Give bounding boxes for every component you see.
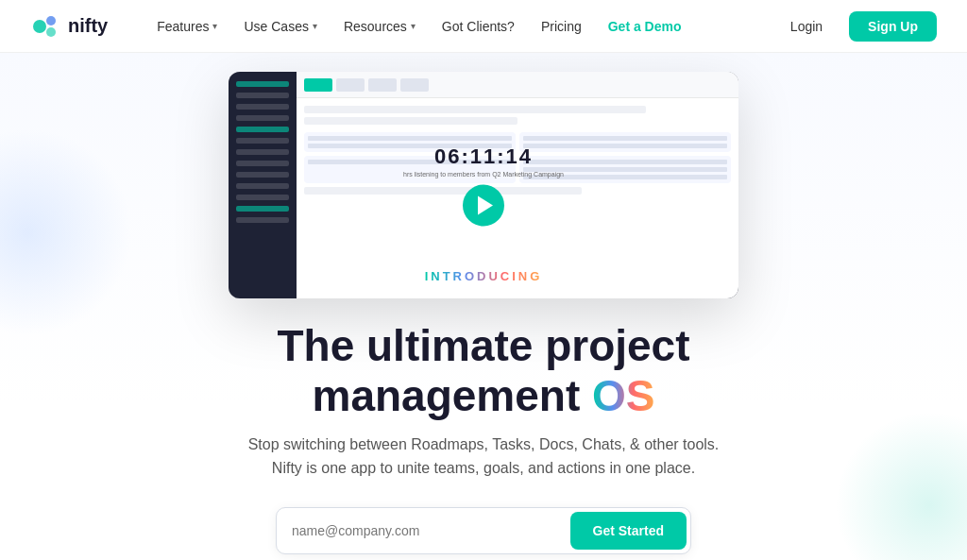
timer-subtitle: hrs listening to members from Q2 Marketi… [403,171,564,178]
introducing-label: INTRODUCING [425,269,543,283]
nav-item-pricing[interactable]: Pricing [530,11,593,42]
hero-title-os: OS [592,371,654,420]
signup-button[interactable]: Sign Up [849,11,937,42]
sidebar-item-2 [236,93,289,98]
fake-row-1 [304,106,646,113]
play-button[interactable] [463,185,504,227]
sidebar-item-11 [236,195,289,200]
svg-point-2 [46,27,56,37]
sidebar-item-13 [236,217,289,223]
get-started-button[interactable]: Get Started [570,512,687,550]
sidebar-item-9 [236,172,289,178]
hero-title: The ultimate project management OS [277,321,689,421]
fake-tab-1 [304,78,332,92]
fake-card-line-3 [523,136,727,141]
sidebar-item-4 [236,115,289,121]
fake-topbar [297,72,738,98]
nav-item-resources[interactable]: Resources ▾ [332,11,427,42]
sidebar-item-6 [236,138,289,144]
fake-tab-4 [400,78,429,92]
fake-tab-2 [336,78,365,92]
hero-subtitle: Stop switching between Roadmaps, Tasks, … [248,433,720,481]
timer-overlay: 06:11:14 hrs listening to members from Q… [403,144,564,227]
email-input[interactable] [277,512,567,550]
fake-tab-3 [368,78,397,92]
play-icon [478,196,493,215]
sidebar-item-8 [236,161,289,166]
logo-text: nifty [68,15,108,37]
sidebar-item-10 [236,183,289,189]
logo[interactable]: nifty [30,11,108,42]
logo-icon [30,11,60,42]
app-screenshot: 06:11:14 hrs listening to members from Q… [229,72,738,298]
nav-links: Features ▾ Use Cases ▾ Resources ▾ Got C… [145,11,775,42]
nav-item-demo[interactable]: Get a Demo [597,11,693,42]
nav-item-usecases[interactable]: Use Cases ▾ [232,11,328,42]
cta-form: Get Started [276,507,691,554]
nav-actions: Login Sign Up [775,11,937,42]
fake-row-2 [304,117,517,125]
sidebar-item-1 [236,81,289,87]
fake-sidebar [229,72,297,298]
nav-label-resources: Resources [344,19,407,34]
chevron-icon-usecases: ▾ [313,21,317,31]
hero-title-line2: management [312,371,592,420]
login-button[interactable]: Login [775,11,838,42]
nav-item-features[interactable]: Features ▾ [145,11,229,42]
sidebar-item-7 [236,149,289,155]
sidebar-item-12 [236,206,289,212]
hero-title-line1: The ultimate project [277,321,689,370]
timer-value: 06:11:14 [434,144,533,169]
fake-card-line-1 [308,136,512,141]
sidebar-item-5 [236,127,289,132]
svg-point-0 [33,20,46,33]
navbar: nifty Features ▾ Use Cases ▾ Resources ▾… [0,0,967,53]
nav-label-features: Features [157,19,209,34]
nav-item-gotclients[interactable]: Got Clients? [431,11,526,42]
nav-label-pricing: Pricing [541,19,582,34]
blob-left-decoration [0,128,132,336]
nav-label-usecases: Use Cases [244,19,308,34]
nav-label-demo: Get a Demo [608,19,682,34]
screenshot-inner: 06:11:14 hrs listening to members from Q… [229,72,738,298]
sidebar-item-3 [236,104,289,110]
svg-point-1 [46,16,56,25]
chevron-icon-features: ▾ [212,21,217,31]
nav-label-gotclients: Got Clients? [442,19,515,34]
blob-right-decoration [835,411,967,560]
hero-section: 06:11:14 hrs listening to members from Q… [0,53,967,560]
chevron-icon-resources: ▾ [411,21,416,31]
